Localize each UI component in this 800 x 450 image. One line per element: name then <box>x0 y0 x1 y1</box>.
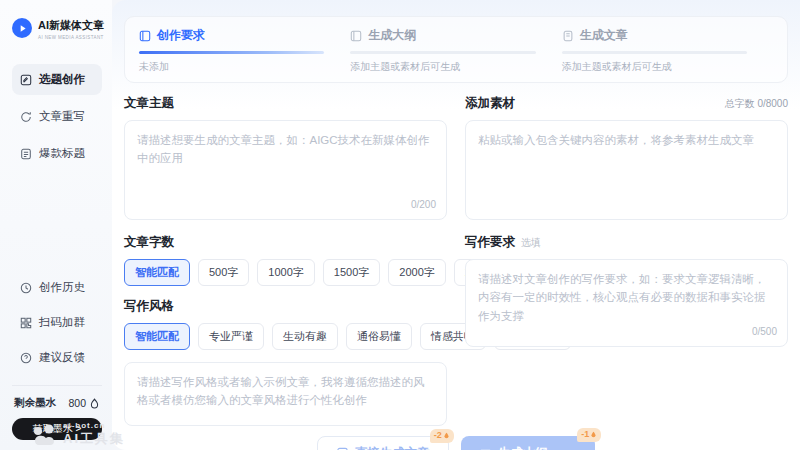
requirements-placeholder: 请描述对文章创作的写作要求，如：要求文章逻辑清晰，内容有一定的时效性，核心观点有… <box>478 273 766 322</box>
word-count-chip-1500[interactable]: 1500字 <box>323 259 380 286</box>
article-cost-badge: -2 <box>430 429 454 443</box>
ink-balance-value: 800 <box>68 397 86 409</box>
tab-label: 创作要求 <box>157 27 205 44</box>
right-column: 添加素材 总字数 0/8000 粘贴或输入包含关键内容的素材，将参考素材生成文章… <box>465 95 788 426</box>
word-count-section-title: 文章字数 <box>124 234 447 251</box>
tab-label: 生成大纲 <box>368 27 416 44</box>
style-section-title: 写作风格 <box>124 298 447 315</box>
sidebar-item-label: 爆款标题 <box>39 146 85 161</box>
edit-icon <box>20 74 32 86</box>
topic-char-counter: 0/200 <box>411 197 436 213</box>
style-chip-professional[interactable]: 专业严谨 <box>198 323 264 350</box>
topic-section-title: 文章主题 <box>124 95 447 112</box>
step-progress-bar <box>350 51 535 54</box>
step-progress-bar <box>562 51 747 54</box>
tab-status: 添加主题或素材后可生成 <box>350 60 535 74</box>
sidebar-item-topic-creation[interactable]: 选题创作 <box>12 64 102 95</box>
tab-generate-outline[interactable]: 生成大纲 添加主题或素材后可生成 <box>350 27 561 74</box>
word-count-options: 智能匹配 500字 1000字 1500字 2000字 2500字以上 <box>124 259 447 286</box>
qr-group-icon <box>20 317 32 329</box>
app-logo: AI新媒体文章 AI NEW MEDIA ASSISTANT <box>12 18 102 40</box>
generate-article-button[interactable]: -2 直接生成文章 <box>317 436 449 450</box>
word-count-chip-500[interactable]: 500字 <box>198 259 249 286</box>
style-placeholder: 请描述写作风格或者输入示例文章，我将遵循您描述的风格或者模仿您输入的文章风格进行… <box>137 376 425 406</box>
sidebar-item-scan-join-group[interactable]: 扫码加群 <box>12 307 102 338</box>
style-textarea[interactable]: 请描述写作风格或者输入示例文章，我将遵循您描述的风格或者模仿您输入的文章风格进行… <box>124 362 447 426</box>
requirements-textarea[interactable]: 请描述对文章创作的写作要求，如：要求文章逻辑清晰，内容有一定的时效性，核心观点有… <box>465 259 788 347</box>
get-ink-button[interactable]: 获取墨水 > <box>12 418 102 440</box>
sidebar: AI新媒体文章 AI NEW MEDIA ASSISTANT 选题创作 文章重写… <box>0 0 112 450</box>
sidebar-item-article-rewrite[interactable]: 文章重写 <box>12 101 102 132</box>
outline-cost-badge: -1 <box>577 428 601 442</box>
sidebar-item-history[interactable]: 创作历史 <box>12 272 102 303</box>
ink-drop-icon <box>590 431 597 438</box>
material-total-counter: 总字数 0/8000 <box>725 97 788 111</box>
requirements-optional-label: 选填 <box>521 236 541 250</box>
sidebar-nav: 选题创作 文章重写 爆款标题 <box>12 64 102 175</box>
sidebar-item-label: 建议反馈 <box>39 350 85 365</box>
sidebar-bottom-nav: 创作历史 扫码加群 建议反馈 <box>12 272 102 377</box>
material-placeholder: 粘贴或输入包含关键内容的素材，将参考素材生成文章 <box>478 134 754 146</box>
sidebar-item-label: 文章重写 <box>39 109 85 124</box>
material-section-title: 添加素材 总字数 0/8000 <box>465 95 788 112</box>
sidebar-item-hot-title[interactable]: 爆款标题 <box>12 138 102 169</box>
style-chip-easy[interactable]: 通俗易懂 <box>346 323 412 350</box>
word-count-chip-smart[interactable]: 智能匹配 <box>124 259 190 286</box>
tab-creation-requirements[interactable]: 创作要求 未添加 <box>139 27 350 74</box>
left-column: 文章主题 请描述想要生成的文章主题，如：AIGC技术在新媒体创作中的应用 0/2… <box>124 95 447 426</box>
word-count-chip-1000[interactable]: 1000字 <box>257 259 314 286</box>
footer-actions: -2 直接生成文章 -1 生成大纲 NEXT <box>124 426 788 450</box>
main-panel: 创作要求 未添加 生成大纲 添加主题或素材后可生成 生成文章 添加主题或素材后可… <box>112 0 800 450</box>
tab-generate-article[interactable]: 生成文章 添加主题或素材后可生成 <box>562 27 773 74</box>
sidebar-item-label: 选题创作 <box>39 72 85 87</box>
tab-status: 添加主题或素材后可生成 <box>562 60 747 74</box>
sidebar-item-feedback[interactable]: 建议反馈 <box>12 342 102 373</box>
generate-outline-label: 生成大纲 <box>498 445 548 450</box>
article-doc-icon <box>562 30 574 42</box>
clock-icon <box>20 282 32 294</box>
tab-status: 未添加 <box>139 60 324 74</box>
page: { "app": { "logo_title": "AI新媒体文章", "log… <box>0 0 800 450</box>
sidebar-divider <box>12 385 102 386</box>
generate-article-label: 直接生成文章 <box>355 445 430 450</box>
ink-drop-icon <box>443 432 450 439</box>
style-options: 智能匹配 专业严谨 生动有趣 通俗易懂 情感共鸣 个性化风格 <box>124 323 447 350</box>
style-chip-vivid[interactable]: 生动有趣 <box>272 323 338 350</box>
tab-label: 生成文章 <box>580 27 628 44</box>
ink-balance: 剩余墨水 800 <box>12 396 102 418</box>
generate-outline-button[interactable]: -1 生成大纲 NEXT <box>461 436 595 450</box>
outline-doc-icon <box>350 30 362 42</box>
rewrite-icon <box>20 111 32 123</box>
feedback-icon <box>20 352 32 364</box>
word-count-chip-2000[interactable]: 2000字 <box>388 259 445 286</box>
sidebar-item-label: 创作历史 <box>39 280 85 295</box>
requirements-doc-icon <box>139 30 151 42</box>
step-progress-bar <box>139 51 324 54</box>
sidebar-item-label: 扫码加群 <box>39 315 85 330</box>
app-title: AI新媒体文章 <box>38 18 104 33</box>
title-doc-icon <box>20 148 32 160</box>
app-subtitle: AI NEW MEDIA ASSISTANT <box>38 35 104 40</box>
steps-bar: 创作要求 未添加 生成大纲 添加主题或素材后可生成 生成文章 添加主题或素材后可… <box>124 16 788 83</box>
material-title-text: 添加素材 <box>465 95 515 112</box>
style-chip-smart[interactable]: 智能匹配 <box>124 323 190 350</box>
requirements-title-text: 写作要求 <box>465 234 515 251</box>
requirements-char-counter: 0/500 <box>752 324 777 340</box>
topic-placeholder: 请描述想要生成的文章主题，如：AIGC技术在新媒体创作中的应用 <box>137 134 430 164</box>
ink-drop-icon <box>89 398 100 409</box>
material-textarea[interactable]: 粘贴或输入包含关键内容的素材，将参考素材生成文章 <box>465 120 788 220</box>
topic-textarea[interactable]: 请描述想要生成的文章主题，如：AIGC技术在新媒体创作中的应用 0/200 <box>124 120 447 220</box>
ink-balance-label: 剩余墨水 <box>14 396 56 410</box>
play-logo-icon <box>12 18 32 38</box>
requirements-section-title: 写作要求 选填 <box>465 234 788 251</box>
